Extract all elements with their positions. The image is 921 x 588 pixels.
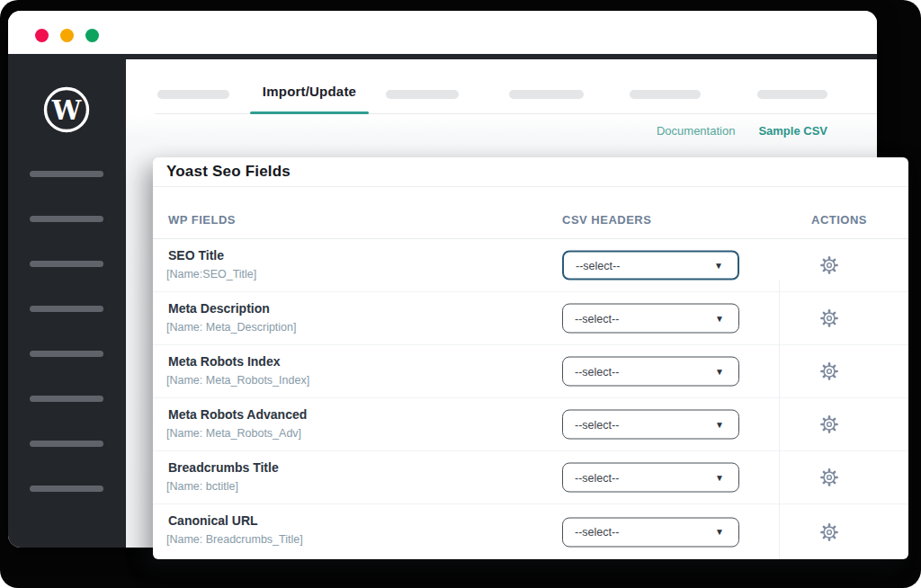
wp-field-name: Breadcrumbs Title — [168, 460, 279, 475]
wp-field-meta-name: [Name: Meta_Robots_Index] — [166, 374, 309, 387]
browser-titlebar — [8, 11, 877, 54]
dropdown-caret-icon: ▼ — [715, 528, 724, 537]
dropdown-caret-icon: ▼ — [715, 314, 724, 323]
csv-header-select[interactable]: --select-- ▼ — [562, 304, 739, 334]
wp-field-meta-name: [Name: bctitle] — [166, 480, 238, 493]
field-mapping-row: SEO Title [Name:SEO_Title] --select-- ▼ — [153, 239, 908, 292]
field-mapping-row: Meta Robots Advanced [Name: Meta_Robots_… — [153, 398, 908, 451]
tab-placeholder[interactable] — [509, 90, 584, 99]
wp-field-meta-name: [Name: Meta_Robots_Adv] — [166, 427, 301, 440]
window-maximize-button[interactable] — [85, 29, 99, 42]
settings-gear-icon[interactable] — [818, 254, 840, 276]
dropdown-caret-icon: ▼ — [715, 420, 724, 429]
window-minimize-button[interactable] — [60, 29, 74, 42]
help-links: Documentation Sample CSV — [657, 124, 827, 138]
wp-field-meta-name: [Name: Breadcrumbs_Title] — [166, 533, 303, 546]
tab-placeholder[interactable] — [157, 90, 229, 99]
dropdown-caret-icon: ▼ — [714, 261, 723, 270]
field-mapping-table: SEO Title [Name:SEO_Title] --select-- ▼ — [153, 239, 908, 559]
table-header-row: WP FIELDS CSV HEADERS ACTIONS — [153, 187, 908, 239]
column-divider — [779, 281, 780, 559]
select-value: --select-- — [575, 418, 619, 431]
sidebar-menu-placeholders — [30, 171, 103, 530]
sidebar-item-placeholder — [30, 216, 103, 222]
window-close-button[interactable] — [35, 29, 49, 42]
settings-gear-icon[interactable] — [818, 467, 840, 488]
csv-header-select[interactable]: --select-- ▼ — [562, 251, 739, 281]
csv-header-select[interactable]: --select-- ▼ — [562, 517, 739, 547]
wp-field-name: Meta Robots Index — [168, 354, 280, 369]
field-mapping-row: Canonical URL [Name: Breadcrumbs_Title] … — [153, 504, 908, 559]
select-value: --select-- — [575, 471, 619, 484]
sidebar-item-placeholder — [30, 396, 103, 402]
select-value: --select-- — [576, 259, 620, 272]
card-title: Yoast Seo Fields — [153, 157, 908, 187]
csv-header-select[interactable]: --select-- ▼ — [562, 463, 739, 493]
sidebar-item-placeholder — [30, 171, 103, 177]
sidebar-item-placeholder — [30, 486, 103, 492]
sidebar-item-placeholder — [30, 351, 103, 357]
wp-field-name: Canonical URL — [168, 513, 258, 528]
select-value: --select-- — [575, 312, 619, 325]
wp-admin-sidebar: W — [8, 59, 126, 548]
sidebar-item-placeholder — [30, 441, 103, 447]
settings-gear-icon[interactable] — [818, 361, 840, 382]
column-header-actions: ACTIONS — [809, 213, 869, 227]
dropdown-caret-icon: ▼ — [715, 473, 724, 482]
column-header-wp-fields: WP FIELDS — [168, 213, 236, 227]
field-mapping-row: Breadcrumbs Title [Name: bctitle] --sele… — [153, 451, 908, 504]
yoast-seo-fields-card: Yoast Seo Fields WP FIELDS CSV HEADERS A… — [153, 157, 908, 559]
wordpress-logo-icon: W — [42, 85, 91, 134]
wp-field-name: SEO Title — [168, 248, 224, 263]
tab-placeholder[interactable] — [757, 90, 827, 99]
wordpress-logo-letter: W — [51, 95, 82, 126]
tab-bar: Import/Update — [126, 59, 877, 114]
wp-field-meta-name: [Name:SEO_Title] — [166, 268, 256, 281]
tab-placeholder[interactable] — [630, 90, 701, 99]
csv-header-select[interactable]: --select-- ▼ — [562, 410, 739, 440]
select-value: --select-- — [575, 526, 619, 539]
sidebar-item-placeholder — [30, 261, 103, 267]
sample-csv-link[interactable]: Sample CSV — [758, 124, 827, 138]
sidebar-item-placeholder — [30, 306, 103, 312]
field-mapping-row: Meta Description [Name: Meta_Description… — [153, 292, 908, 345]
wp-field-name: Meta Robots Advanced — [168, 407, 307, 422]
settings-gear-icon[interactable] — [818, 414, 840, 435]
settings-gear-icon[interactable] — [818, 521, 840, 543]
wp-field-meta-name: [Name: Meta_Description] — [166, 321, 297, 334]
screenshot-frame: W Import/Update — [0, 0, 921, 588]
dropdown-caret-icon: ▼ — [715, 367, 724, 376]
settings-gear-icon[interactable] — [818, 307, 840, 329]
tab-import-update[interactable]: Import/Update — [250, 84, 369, 99]
select-value: --select-- — [575, 365, 619, 378]
csv-header-select[interactable]: --select-- ▼ — [562, 357, 739, 387]
field-mapping-row: Meta Robots Index [Name: Meta_Robots_Ind… — [153, 345, 908, 398]
documentation-link[interactable]: Documentation — [657, 124, 735, 138]
tab-placeholder[interactable] — [386, 90, 459, 99]
column-header-csv-headers: CSV HEADERS — [562, 213, 651, 227]
wp-field-name: Meta Description — [168, 301, 270, 316]
active-tab-indicator — [250, 111, 369, 114]
